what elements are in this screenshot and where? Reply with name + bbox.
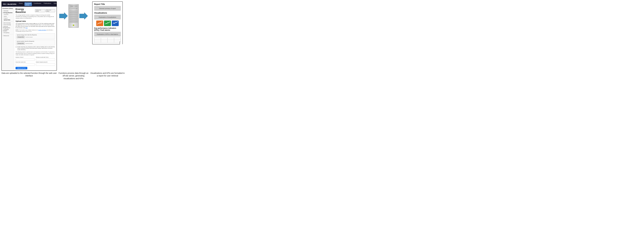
- field-window-wall-input[interactable]: [36, 58, 55, 61]
- server-section: [58, 4, 89, 28]
- nav-github[interactable]: GitHub: [53, 2, 57, 6]
- electricity-checkbox-label: Enable electricity use comparison (ONLY …: [17, 46, 55, 51]
- sidebar-item-outputs[interactable]: Outputs: [2, 17, 13, 19]
- field-floors-label: Number of floors*: [16, 56, 35, 58]
- sidebar-item-upload-data[interactable]: Upload Data: [2, 19, 13, 21]
- sidebar-item-energy-baseline[interactable]: ∨ Energy Baseline: [2, 12, 13, 14]
- nav-links: Home Functions Library Contributors Publ…: [18, 2, 57, 6]
- sidebar-item-inputs[interactable]: Inputs: [2, 16, 13, 17]
- upload-info: The energy baseline function requires on…: [16, 23, 55, 29]
- field-gross-floor-input[interactable]: [16, 64, 35, 66]
- choose-energy-btn[interactable]: Choose File: [17, 36, 25, 38]
- nav-publications[interactable]: Publications: [43, 2, 52, 6]
- sidebar-item-resources[interactable]: > Resources: [2, 35, 13, 36]
- ref-badge-1[interactable]: Gunay et al. (2019): [35, 9, 45, 12]
- report-kpi-table: [94, 38, 121, 43]
- server-drive-top: [69, 5, 78, 7]
- server-eject-btn: [76, 6, 77, 7]
- nav-logo: FR⚙MeWORK: [3, 3, 17, 5]
- server-slot-7: [69, 21, 78, 23]
- field-gross-floor: Gross floor area* [m²]: [16, 62, 35, 66]
- upload-run-button[interactable]: Upload and Run: [16, 67, 27, 69]
- server-bottom: [69, 25, 78, 26]
- server-slot-1: [69, 10, 78, 12]
- caption-left: Data are uploaded to the selected functi…: [2, 72, 57, 80]
- sidebar-item-ahu-anomaly[interactable]: > AHU Anomaly: [2, 22, 13, 24]
- report-viz-desc-box: Explanation of visualizations: [94, 15, 121, 20]
- table-cell: [108, 38, 114, 40]
- table-row-header: [94, 38, 121, 40]
- table-row-1: [94, 40, 121, 41]
- ref-badge-2[interactable]: Afroz et al. (2021): [46, 9, 55, 12]
- content-area: Functions Library > Metadata ∨ Energy Ba…: [2, 7, 56, 70]
- chart-icon-green: [105, 21, 110, 25]
- viz-icon-green: [104, 20, 111, 26]
- field-floors-input[interactable]: [16, 58, 35, 61]
- report-title: Report Title: [94, 3, 121, 5]
- table-cell: [108, 40, 114, 41]
- genetic-algo-link[interactable]: genetic algorithm: [38, 30, 46, 31]
- sidebar-item-metadata[interactable]: > Metadata: [2, 10, 13, 12]
- server-slot-6: [69, 20, 78, 21]
- field-exterior-facade: Exterior facade area [m²]: [36, 62, 55, 66]
- report-kpi-desc-box: Explanation of KPIs or fault alarms: [94, 32, 121, 36]
- field-exterior-facade-input[interactable]: [36, 64, 55, 66]
- sidebar-item-overview[interactable]: Overview: [2, 14, 13, 16]
- server-illustration: [68, 4, 79, 28]
- nav-contributors[interactable]: Contributors: [33, 2, 42, 6]
- here-link[interactable]: here: [26, 27, 28, 28]
- report-kpi-desc: Explanation of KPIs or fault alarms: [97, 34, 118, 35]
- upload-energy-box: Upload energy meter data file (Required)…: [16, 34, 55, 39]
- server-led: [73, 25, 74, 26]
- server-slot-4: [69, 16, 78, 17]
- caption-right: Visualizations and KPIs are formatted in…: [90, 72, 125, 80]
- weather-file-name: No file chosen: [26, 43, 33, 44]
- server-slot-2: [69, 12, 78, 14]
- report-summary-text: General summary of report: [99, 8, 116, 9]
- table-cell: [101, 38, 108, 40]
- table-cell: [114, 40, 121, 41]
- table-cell: [94, 38, 101, 40]
- sidebar-item-zone-anomaly[interactable]: > Zone Anomaly: [2, 24, 13, 26]
- nav-home[interactable]: Home: [18, 2, 24, 6]
- choose-weather-btn[interactable]: Choose File: [17, 42, 25, 44]
- server-drive-btn: [75, 6, 76, 7]
- upload-section-title: Upload data: [16, 20, 55, 22]
- viz-icon-blue: [112, 20, 119, 26]
- table-row-2: [94, 41, 121, 43]
- server-slots: [69, 10, 78, 23]
- sidebar-item-occupancy[interactable]: > Occupancy: [2, 32, 13, 34]
- ref-badges: Gunay et al. (2019) Afroz et al. (2021): [35, 9, 55, 12]
- optional-text: The following section is optional and is…: [16, 51, 55, 56]
- sidebar-item-complaint-analytics[interactable]: > Complaint Analytics: [2, 29, 13, 32]
- middle-panel: [58, 2, 89, 28]
- table-cell: [108, 41, 114, 43]
- svg-marker-1: [80, 12, 88, 20]
- table-cell: [94, 41, 101, 43]
- function-title-row: Energy Baseline Gunay et al. (2019) Afro…: [16, 8, 55, 14]
- sidebar: Functions Library > Metadata ∨ Energy Ba…: [2, 7, 14, 70]
- report-summary-box: General summary of report: [94, 6, 121, 11]
- field-gross-floor-label: Gross floor area* [m²]: [16, 62, 35, 63]
- optional-form-grid: Number of floors* Window-to-wall ratio* …: [16, 56, 55, 66]
- field-window-wall: Window-to-wall ratio* [0-1]): [36, 56, 55, 61]
- sidebar-item-end-use[interactable]: > End-use Disaggregation: [2, 26, 13, 29]
- viz-icon-orange: [96, 20, 103, 26]
- report-viz-desc: Explanation of visualizations: [99, 16, 116, 18]
- report-viz-row: [94, 20, 121, 26]
- caption-middle: Functions process data through an off-si…: [58, 72, 89, 80]
- field-window-wall-label: Window-to-wall ratio* [0-1]): [36, 56, 55, 58]
- upload-energy-row: Choose File No file chosen: [17, 36, 54, 38]
- main-content: Energy Baseline Gunay et al. (2019) Afro…: [14, 7, 56, 70]
- table-cell: [114, 38, 121, 40]
- electricity-checkbox-row: Enable electricity use comparison (ONLY …: [16, 46, 55, 51]
- chart-icon-blue: [113, 21, 118, 25]
- table-cell: [114, 41, 121, 43]
- captions-row: Data are uploaded to the selected functi…: [0, 71, 161, 82]
- electricity-checkbox[interactable]: [16, 46, 17, 48]
- energy-file-name: No file chosen: [26, 36, 33, 38]
- table-cell: [101, 40, 108, 41]
- field-exterior-facade-label: Exterior facade area [m²]: [36, 62, 55, 63]
- field-floors: Number of floors*: [16, 56, 35, 61]
- nav-functions-library[interactable]: Functions Library: [24, 2, 32, 6]
